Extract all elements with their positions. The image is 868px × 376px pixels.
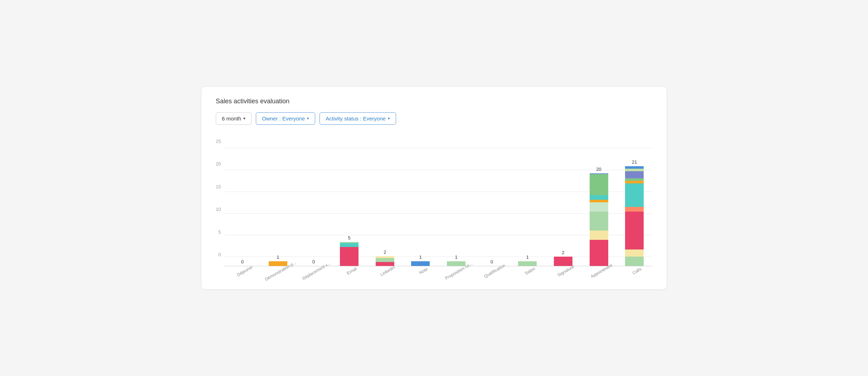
owner-filter-label: Owner : Everyone: [262, 115, 305, 122]
bar-segment: [625, 171, 644, 178]
bar-group: 0: [296, 259, 332, 266]
bar-group: 1: [509, 254, 545, 266]
bar-total-label: 0: [241, 259, 244, 264]
bar-segment: [625, 166, 644, 169]
bar-total-label: 5: [348, 235, 351, 241]
bar-segment: [625, 178, 644, 181]
bar-total-label: 20: [596, 167, 601, 172]
bar-segment: [590, 200, 608, 202]
y-axis-label: 10: [216, 207, 221, 212]
bar-stack: [518, 261, 537, 266]
bar-group: 1: [403, 254, 439, 266]
bar-group: 20: [581, 167, 617, 266]
bars-container: 01052110122021: [224, 148, 652, 266]
bar-group: 5: [331, 235, 367, 266]
activity-status-filter-button[interactable]: Activity status : Everyone ▾: [320, 112, 396, 125]
page-title: Sales activities evaluation: [216, 98, 652, 105]
bar-stack: [625, 166, 644, 266]
bar-stack: [376, 256, 394, 266]
chart-body: 01052110122021 DéjeunerDémonstration p..…: [224, 148, 652, 275]
bar-segment: [376, 262, 394, 266]
bar-segment: [590, 240, 608, 266]
y-axis-label: 15: [216, 184, 221, 189]
bar-total-label: 21: [632, 159, 637, 165]
bar-segment: [447, 261, 465, 266]
bar-segment: [590, 202, 608, 212]
y-axis: 0510152025: [216, 139, 221, 275]
y-axis-label: 20: [216, 162, 221, 166]
bar-stack: [269, 261, 287, 266]
bar-segment: [590, 195, 608, 200]
bar-group: 1: [260, 254, 296, 266]
bar-group: 2: [545, 250, 581, 266]
dashboard-card: Sales activities evaluation 6 month ▾ Ow…: [201, 87, 667, 289]
owner-filter-button[interactable]: Owner : Everyone ▾: [256, 112, 315, 125]
filters-bar: 6 month ▾ Owner : Everyone ▾ Activity st…: [216, 112, 652, 125]
bar-segment: [625, 183, 644, 207]
bar-group: 1: [438, 254, 474, 266]
y-axis-label: 0: [216, 252, 221, 257]
bar-segment: [411, 261, 430, 266]
bar-segment: [625, 169, 644, 171]
bar-segment: [590, 212, 608, 231]
bar-total-label: 1: [455, 254, 457, 260]
bar-group: 21: [616, 159, 652, 266]
bar-stack: [554, 257, 572, 266]
bar-total-label: 1: [277, 254, 279, 260]
activity-status-filter-label: Activity status : Everyone: [326, 115, 386, 122]
bar-total-label: 0: [312, 259, 315, 264]
bar-segment: [625, 249, 644, 257]
bar-segment: [269, 261, 287, 266]
bar-segment: [340, 243, 359, 247]
bar-total-label: 2: [562, 250, 564, 255]
bar-total-label: 1: [526, 254, 529, 260]
bar-segment: [625, 212, 644, 249]
y-axis-label: 25: [216, 139, 221, 144]
bar-segment: [625, 207, 644, 212]
bar-total-label: 0: [491, 259, 493, 264]
bar-stack: [590, 173, 608, 266]
bar-group: 0: [474, 259, 510, 266]
bar-segment: [518, 261, 537, 266]
y-axis-label: 5: [216, 230, 221, 234]
owner-filter-chevron: ▾: [307, 116, 309, 121]
bar-total-label: 2: [384, 249, 386, 255]
bar-segment: [625, 181, 644, 183]
bar-stack: [340, 242, 359, 266]
bar-segment: [590, 174, 608, 195]
bar-group: 0: [224, 259, 260, 266]
bar-stack: [447, 261, 465, 266]
period-filter-chevron: ▾: [243, 116, 245, 121]
chart-inner: 0510152025 01052110122021 DéjeunerDémons…: [216, 139, 652, 275]
period-filter-label: 6 month: [222, 115, 241, 122]
bar-segment: [376, 258, 394, 262]
bar-stack: [411, 261, 430, 266]
period-filter-button[interactable]: 6 month ▾: [216, 112, 252, 125]
bar-total-label: 1: [419, 254, 422, 260]
bar-segment: [590, 231, 608, 240]
bar-segment: [340, 247, 359, 266]
bar-segment: [554, 257, 572, 266]
bar-segment: [625, 257, 644, 266]
bar-group: 2: [367, 249, 403, 266]
chart-area: 0510152025 01052110122021 DéjeunerDémons…: [216, 139, 652, 275]
activity-status-filter-chevron: ▾: [388, 116, 390, 121]
x-labels: DéjeunerDémonstration p...Déplacement v.…: [224, 266, 652, 275]
